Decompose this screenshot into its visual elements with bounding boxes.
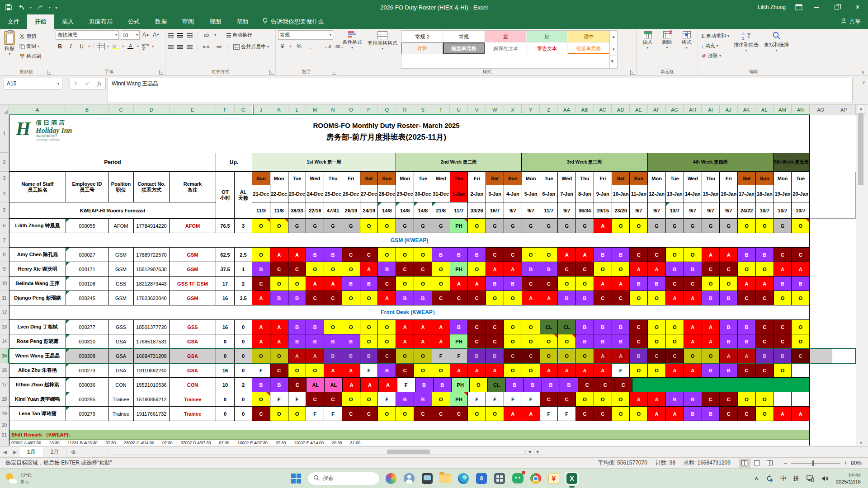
day-name-24-Dec[interactable]: Wed	[306, 172, 324, 185]
shift-cell-4-Jan[interactable]: B	[506, 378, 524, 392]
staff-al[interactable]: 3.5	[235, 291, 252, 305]
row-header-19[interactable]: 19	[0, 407, 9, 421]
format-painter-button[interactable]: 格式刷	[19, 52, 42, 61]
gallery-more-icon[interactable]: ▼─	[610, 56, 617, 68]
date-30-Dec[interactable]: 30-Dec	[414, 185, 432, 202]
staff-remark[interactable]: Trainee	[170, 392, 216, 407]
undo-icon[interactable]	[17, 4, 25, 11]
shift-cell-1-Jan[interactable]: F	[450, 349, 468, 363]
new-sheet-icon[interactable]: ⊕	[66, 449, 80, 455]
shift-cell-31-Dec[interactable]: F	[432, 349, 450, 363]
shift-cell-21-Dec[interactable]: A	[252, 291, 270, 305]
shift-cell-9-Jan[interactable]: B	[594, 320, 612, 334]
forecast-24-Dec[interactable]: 22/16	[306, 202, 324, 219]
shift-cell-12-Jan[interactable]: A	[648, 407, 666, 421]
shift-cell-20-Jan[interactable]: O	[792, 334, 810, 349]
shift-cell-17-Jan[interactable]: B	[738, 320, 756, 334]
column-header-AL[interactable]: AL	[755, 105, 774, 115]
shift-cell-11-Jan[interactable]: C	[630, 320, 648, 334]
shift-cell-23-Dec[interactable]: A	[288, 248, 307, 262]
format-as-table-button[interactable]: 套用表格格式▾	[366, 30, 399, 69]
shift-cell-23-Dec[interactable]: B	[288, 320, 307, 334]
shift-cell-26-Dec[interactable]: A	[343, 378, 361, 392]
shift-cell-30-Dec[interactable]: O	[414, 277, 432, 291]
date-10-Jan[interactable]: 10-Jan	[612, 185, 630, 202]
shift-cell-28-Dec[interactable]: O	[378, 248, 396, 262]
staff-remark[interactable]: CON	[170, 378, 216, 392]
shift-cell-2-Jan[interactable]: O	[470, 378, 488, 392]
shift-cell-9-Jan[interactable]: A	[594, 219, 612, 233]
staff-name[interactable]: Django Peng 彭琨皓	[9, 291, 66, 305]
shift-cell-24-Dec[interactable]: O	[306, 363, 324, 378]
zoom-out-icon[interactable]: −	[784, 460, 787, 466]
up-header-cell[interactable]: Up.	[216, 153, 252, 172]
staff-ot[interactable]: 0	[216, 407, 235, 421]
scroll-up-icon[interactable]: ▲	[857, 105, 865, 112]
shift-cell-29-Dec[interactable]: G	[396, 219, 414, 233]
shift-cell-22-Dec[interactable]: O	[270, 219, 288, 233]
staff-contact[interactable]: 19117661732	[134, 407, 170, 421]
shift-cell-4-Jan[interactable]: G	[504, 219, 522, 233]
staff-position[interactable]: GSA	[108, 349, 134, 363]
zoom-in-icon[interactable]: +	[844, 460, 847, 466]
column-header-AC[interactable]: AC	[594, 105, 612, 115]
row-header-8[interactable]: 8	[0, 248, 9, 262]
shift-cell-24-Dec[interactable]: AL	[307, 378, 325, 392]
shift-cell-20-Jan[interactable]: O	[792, 320, 810, 334]
column-header-AH[interactable]: AH	[684, 105, 702, 115]
column-header-AB[interactable]: AB	[576, 105, 594, 115]
day-name-26-Dec[interactable]: Fri	[342, 172, 360, 185]
shift-cell-30-Dec[interactable]: B	[414, 392, 432, 407]
forecast-21-Dec[interactable]: 11/3	[252, 202, 270, 219]
staff-id[interactable]: 000279	[66, 407, 108, 421]
shift-cell-7-Jan[interactable]: B	[560, 378, 578, 392]
shift-cell-26-Dec[interactable]: O	[342, 291, 360, 305]
align-bottom-icon[interactable]	[187, 33, 193, 38]
shift-cell-29-Dec[interactable]: A	[396, 320, 414, 334]
date-16-Jan[interactable]: 16-Jan	[720, 185, 738, 202]
style-normal[interactable]: 常规	[443, 31, 485, 42]
shift-cell-9-Jan[interactable]: C	[596, 378, 614, 392]
number-dialog-launcher[interactable]: ↘	[332, 70, 336, 75]
shift-cell-31-Dec[interactable]: C	[432, 407, 450, 421]
enter-icon[interactable]: ✓	[85, 80, 90, 87]
staff-position[interactable]: GSM	[108, 248, 134, 262]
forecast-30-Dec[interactable]: 14/8	[414, 202, 432, 219]
row-header-14[interactable]: 14	[0, 334, 9, 349]
column-header-C[interactable]: C	[108, 105, 134, 115]
column-header-AP[interactable]: AP	[832, 105, 856, 115]
shift-cell-26-Dec[interactable]: O	[342, 320, 360, 334]
row-header-20[interactable]: 20	[0, 421, 9, 430]
shift-cell-14-Jan[interactable]: A	[684, 334, 702, 349]
shift-cell-3-Jan[interactable]: C	[486, 320, 504, 334]
scroll-left-icon[interactable]: ◀	[525, 449, 533, 455]
shift-cell-21-Dec[interactable]: A	[252, 320, 270, 334]
shift-cell-29-Dec[interactable]: B	[396, 392, 414, 407]
app-icon-excel[interactable]: X	[565, 472, 579, 485]
shift-cell-24-Dec[interactable]: F	[306, 407, 324, 421]
fill-color-icon[interactable]: ◇	[111, 42, 120, 51]
date-1-Jan[interactable]: 1-Jan	[450, 185, 468, 202]
select-all-corner[interactable]	[0, 105, 9, 115]
shift-cell-5-Jan[interactable]: A	[522, 407, 540, 421]
shift-cell-17-Jan[interactable]: O	[738, 262, 756, 277]
increase-indent-icon[interactable]: ⇥≡	[214, 42, 223, 51]
shift-bar[interactable]	[632, 378, 810, 392]
column-header-AJ[interactable]: AJ	[720, 105, 738, 115]
shift-cell-19-Jan[interactable]: C	[774, 334, 792, 349]
shift-cell-22-Dec[interactable]: A	[270, 334, 288, 349]
day-name-29-Dec[interactable]: Mon	[396, 172, 414, 185]
shift-cell-6-Jan[interactable]: C	[540, 277, 558, 291]
zoom-slider[interactable]	[791, 463, 840, 464]
column-header-AM[interactable]: AM	[774, 105, 792, 115]
week-band-3[interactable]: 3rd Week 第三周	[522, 153, 647, 172]
sheet-nav-left-icon[interactable]: ◀	[0, 450, 10, 455]
shift-cell-30-Dec[interactable]: A	[414, 320, 432, 334]
increase-decimal-icon[interactable]: ←.0	[323, 42, 332, 51]
shift-cell-7-Jan[interactable]: O	[558, 334, 576, 349]
column-header-AI[interactable]: AI	[702, 105, 720, 115]
shift-cell-14-Jan[interactable]: A	[684, 320, 702, 334]
shift-cell-31-Dec[interactable]: B	[434, 378, 452, 392]
shift-cell-6-Jan[interactable]: A	[540, 291, 558, 305]
sort-filter-button[interactable]: AZ 排序和筛选▾	[732, 30, 760, 69]
